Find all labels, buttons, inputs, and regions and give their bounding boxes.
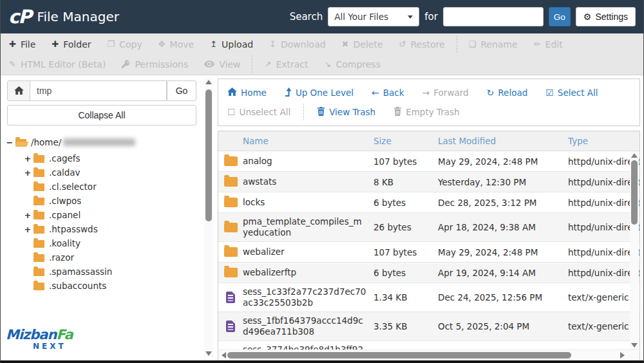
upload-button[interactable]: ↥Upload — [210, 39, 253, 50]
tree-item-cl-selector[interactable]: .cl.selector — [5, 180, 199, 194]
unselect-all-link[interactable]: ☐Unselect All — [227, 107, 290, 117]
file-size: 6 bytes — [374, 268, 438, 278]
table-row-pma-template[interactable]: pma_template_compiles_myeducation26 byte… — [218, 213, 639, 242]
scroll-down-icon[interactable] — [631, 343, 638, 348]
folder-button[interactable]: ✚Folder — [52, 39, 91, 50]
table-row-webalizerftp[interactable]: webalizerftp6 bytesApr 19, 2024, 9:14 AM… — [218, 263, 639, 283]
folder-icon — [224, 156, 238, 166]
expand-icon[interactable]: + — [24, 154, 32, 163]
file-name[interactable]: locks — [243, 197, 366, 208]
table-row-awstats[interactable]: awstats8 KBYesterday, 12:30 PMhttpd/unix… — [218, 172, 639, 192]
column-header-name[interactable]: Name — [243, 136, 366, 147]
file-size: 107 bytes — [374, 156, 438, 167]
expand-icon[interactable]: + — [24, 210, 32, 220]
table-horizontal-scrollbar[interactable] — [219, 349, 639, 360]
tree-item-cagefs[interactable]: +.cagefs — [5, 151, 199, 165]
home-link[interactable]: Home — [227, 88, 267, 98]
file-modified: May 29, 2024, 2:48 PM — [438, 156, 568, 167]
copy-button[interactable]: ❐Copy — [108, 39, 142, 50]
delete-button[interactable]: ✖Delete — [342, 39, 383, 50]
table-row-sess-1c33[interactable]: sess_1c33f2a77c237d7ec70ac33c25503b2b1.3… — [218, 283, 639, 312]
up-one-level-link[interactable]: Up One Level — [285, 88, 354, 98]
scrollbar-thumb[interactable] — [227, 352, 571, 358]
compress-button[interactable]: ↘Compress — [325, 59, 381, 70]
collapse-all-button[interactable]: Collapse All — [7, 105, 196, 126]
path-go-button[interactable]: Go — [167, 80, 196, 101]
tree-item-label: .cl.selector — [49, 182, 97, 192]
rename-button[interactable]: ❏Rename — [469, 39, 518, 50]
view-button[interactable]: View — [204, 59, 240, 70]
file-name[interactable]: webalizerftp — [243, 267, 366, 278]
scrollbar-thumb[interactable] — [205, 89, 212, 221]
back-link[interactable]: ←Back — [372, 88, 404, 98]
table-vertical-scrollbar[interactable] — [630, 151, 639, 349]
file-name[interactable]: webalizer — [243, 247, 366, 257]
tree-root-home[interactable]: − /home/ — [5, 133, 199, 151]
table-row-analog[interactable]: analog107 bytesMay 29, 2024, 2:48 PMhttp… — [218, 151, 639, 172]
scroll-right-icon[interactable] — [620, 352, 625, 358]
home-button[interactable] — [7, 80, 30, 101]
table-row-webalizer[interactable]: webalizer107 bytesMay 29, 2024, 2:48 PMh… — [218, 242, 639, 263]
reload-link[interactable]: ↻Reload — [487, 88, 528, 98]
expand-icon[interactable]: + — [24, 225, 32, 234]
restore-button[interactable]: ↺Restore — [399, 39, 445, 50]
file-name[interactable]: analog — [243, 156, 366, 167]
file-name[interactable]: awstats — [243, 176, 366, 187]
extract-arrow-icon: ↗ — [264, 59, 271, 69]
scroll-down-icon[interactable] — [205, 351, 212, 356]
chevron-down-icon — [408, 15, 413, 19]
permissions-button[interactable]: Permissions — [122, 59, 188, 70]
scroll-left-icon[interactable] — [222, 352, 226, 358]
scroll-up-icon[interactable] — [205, 80, 212, 84]
table-row-locks[interactable]: locks6 bytesDec 28, 2025, 3:12 PMhttpd/u… — [218, 192, 639, 213]
search-go-button[interactable]: Go — [549, 7, 571, 26]
search-scope-select[interactable]: All Your Files — [328, 7, 419, 26]
mizbanfa-logo[interactable]: MizbanFa NEXT — [6, 328, 73, 350]
file-table: Name Size Last Modified Type analog107 b… — [218, 131, 640, 360]
tree-item-caldav[interactable]: +.caldav — [5, 165, 199, 180]
select-all-link[interactable]: ☑Select All — [545, 88, 598, 98]
toolbar-row-1: ✚File ✚Folder ❐Copy ✥Move ↥Upload ↧Downl… — [1, 34, 643, 54]
upload-button-label: Upload — [222, 39, 253, 50]
tree-item-spamassassin[interactable]: .spamassassin — [5, 265, 199, 279]
column-header-size[interactable]: Size — [374, 136, 438, 146]
scroll-up-icon[interactable] — [631, 153, 638, 158]
column-header-last-modified[interactable]: Last Modified — [438, 136, 568, 146]
scrollbar-thumb[interactable] — [631, 160, 638, 225]
tree-item-htpasswds[interactable]: +.htpasswds — [5, 222, 199, 236]
column-header-type[interactable]: Type — [568, 136, 639, 146]
view-trash-link[interactable]: View Trash — [317, 107, 375, 118]
expand-icon[interactable]: + — [24, 168, 32, 178]
compress-button-label: Compress — [336, 59, 381, 70]
settings-button[interactable]: ⚙ Settings — [576, 7, 636, 26]
search-input[interactable] — [443, 7, 544, 26]
move-button[interactable]: ✥Move — [158, 39, 194, 50]
file-button[interactable]: ✚File — [9, 39, 35, 50]
gear-icon: ⚙ — [583, 12, 592, 22]
tree-item-cpanel[interactable]: +.cpanel — [5, 208, 199, 222]
rename-button-label: Rename — [480, 39, 517, 50]
sidebar-scrollbar[interactable] — [204, 78, 213, 358]
view-trash-label: View Trash — [329, 107, 375, 117]
folder-icon — [33, 226, 44, 234]
tree-item-label: .cpanel — [49, 210, 80, 220]
tree-item-clwpos[interactable]: .clwpos — [5, 194, 199, 208]
tree-item-koality[interactable]: .koality — [5, 236, 199, 250]
file-name[interactable]: pma_template_compiles_myeducation — [243, 216, 366, 238]
forward-link[interactable]: →Forward — [422, 88, 469, 98]
file-name[interactable]: sess_1fbf164379accc14d9cd496ea711b308 — [243, 315, 366, 337]
edit-button-label: Edit — [545, 39, 563, 50]
tree-item-razor[interactable]: .razor — [5, 250, 199, 265]
collapse-expander-icon[interactable]: − — [6, 138, 14, 147]
tree-item-subaccounts[interactable]: .subaccounts — [5, 279, 199, 293]
empty-trash-link[interactable]: Empty Trash — [393, 107, 460, 118]
table-row-sess-1fbf[interactable]: sess_1fbf164379accc14d9cd496ea711b3083.3… — [218, 312, 639, 341]
html-editor-button[interactable]: ✎HTML Editor (Beta) — [9, 59, 106, 70]
file-name[interactable]: sess_1c33f2a77c237d7ec70ac33c25503b2b — [243, 286, 366, 308]
path-input[interactable] — [30, 80, 167, 101]
extract-button[interactable]: ↗Extract — [264, 59, 308, 70]
folder-icon — [33, 283, 44, 290]
download-button[interactable]: ↧Download — [269, 39, 326, 50]
edit-button[interactable]: ✏Edit — [534, 39, 563, 50]
move-icon: ✥ — [158, 39, 166, 49]
